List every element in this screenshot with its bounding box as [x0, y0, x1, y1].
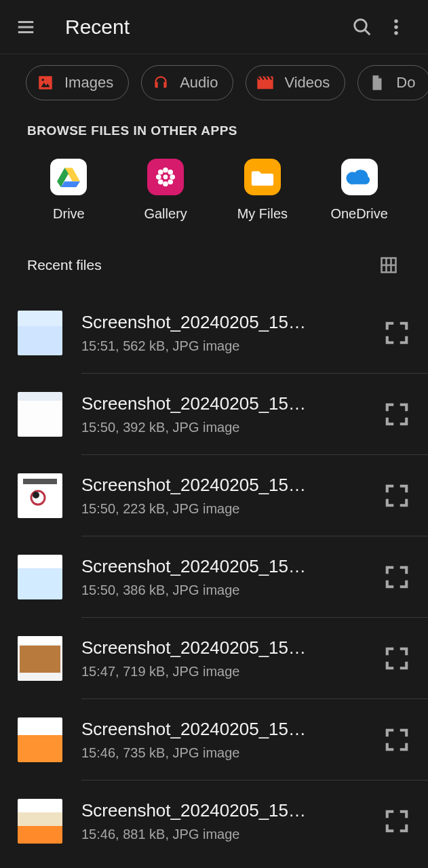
- headphones-icon: [151, 73, 170, 92]
- file-thumbnail: [18, 799, 62, 844]
- filter-chip-images[interactable]: Images: [26, 65, 129, 100]
- more-button[interactable]: [379, 10, 413, 44]
- app-item-drive[interactable]: Drive: [31, 159, 106, 222]
- app-item-gallery[interactable]: Gallery: [128, 159, 203, 222]
- file-name: Screenshot_20240205_15…: [81, 800, 359, 821]
- file-meta: 15:50, 392 kB, JPG image: [81, 420, 359, 435]
- drive-icon: [50, 159, 87, 195]
- app-bar: Recent: [0, 0, 428, 54]
- file-text: Screenshot_20240205_15… 15:46, 881 kB, J…: [81, 781, 366, 862]
- expand-button[interactable]: [366, 781, 428, 862]
- svg-point-5: [394, 19, 398, 23]
- svg-point-16: [163, 167, 168, 173]
- page-title: Recent: [65, 16, 345, 39]
- expand-icon: [384, 564, 410, 590]
- file-row[interactable]: Screenshot_20240205_15… 15:50, 392 kB, J…: [18, 374, 428, 455]
- app-label: Gallery: [144, 206, 187, 222]
- browse-section-label: BROWSE FILES IN OTHER APPS: [0, 110, 428, 138]
- svg-rect-31: [18, 636, 62, 644]
- expand-button[interactable]: [366, 292, 428, 374]
- file-name: Screenshot_20240205_15…: [81, 719, 359, 740]
- app-label: My Files: [237, 206, 288, 222]
- svg-marker-14: [61, 181, 80, 187]
- file-text: Screenshot_20240205_15… 15:51, 562 kB, J…: [81, 292, 366, 374]
- search-icon: [352, 17, 372, 37]
- svg-point-15: [163, 175, 168, 180]
- filter-chip-label: Audio: [180, 74, 218, 92]
- svg-point-3: [355, 19, 367, 31]
- search-button[interactable]: [345, 10, 379, 44]
- svg-point-22: [158, 179, 163, 184]
- file-meta: 15:46, 881 kB, JPG image: [81, 827, 359, 842]
- app-label: OneDrive: [330, 206, 387, 222]
- filter-chip-documents[interactable]: Do: [357, 65, 428, 100]
- file-thumbnail: [18, 392, 62, 437]
- svg-rect-8: [39, 76, 52, 90]
- file-name: Screenshot_20240205_15…: [81, 556, 359, 577]
- expand-button[interactable]: [366, 699, 428, 781]
- file-meta: 15:47, 719 kB, JPG image: [81, 664, 359, 679]
- svg-point-19: [170, 174, 176, 180]
- svg-point-20: [158, 170, 163, 175]
- filter-chips-row: Images Audio Videos Do: [0, 54, 428, 110]
- file-row[interactable]: Screenshot_20240205_15… 15:46, 881 kB, J…: [18, 781, 428, 862]
- svg-point-18: [156, 174, 161, 180]
- svg-point-23: [168, 179, 174, 184]
- app-item-onedrive[interactable]: OneDrive: [322, 159, 397, 222]
- document-icon: [368, 73, 387, 92]
- file-name: Screenshot_20240205_15…: [81, 312, 359, 333]
- menu-button[interactable]: [15, 16, 37, 38]
- file-meta: 15:46, 735 kB, JPG image: [81, 745, 359, 761]
- app-item-myfiles[interactable]: My Files: [225, 159, 300, 222]
- file-row[interactable]: Screenshot_20240205_15… 15:46, 735 kB, J…: [18, 699, 428, 781]
- svg-point-10: [41, 79, 43, 81]
- file-row[interactable]: Screenshot_20240205_15… 15:50, 386 kB, J…: [18, 536, 428, 618]
- recent-header: Recent files: [0, 229, 428, 292]
- file-list: Screenshot_20240205_15… 15:51, 562 kB, J…: [0, 292, 428, 862]
- filter-chip-videos[interactable]: Videos: [246, 65, 345, 100]
- file-text: Screenshot_20240205_15… 15:46, 735 kB, J…: [81, 699, 366, 781]
- expand-icon: [384, 646, 410, 671]
- expand-button[interactable]: [366, 374, 428, 455]
- file-text: Screenshot_20240205_15… 15:50, 386 kB, J…: [81, 536, 366, 618]
- expand-button[interactable]: [366, 455, 428, 536]
- expand-icon: [384, 401, 410, 427]
- grid-icon: [379, 256, 398, 275]
- svg-point-21: [168, 170, 174, 175]
- file-thumbnail: [18, 555, 62, 599]
- file-text: Screenshot_20240205_15… 15:50, 223 kB, J…: [81, 455, 366, 536]
- expand-icon: [384, 808, 410, 834]
- gallery-icon: [147, 159, 184, 195]
- file-name: Screenshot_20240205_15…: [81, 393, 359, 414]
- recent-files-label: Recent files: [27, 257, 102, 273]
- file-meta: 15:50, 223 kB, JPG image: [81, 501, 359, 517]
- svg-point-30: [33, 492, 39, 498]
- video-icon: [256, 73, 275, 92]
- expand-button[interactable]: [366, 536, 428, 618]
- expand-icon: [384, 483, 410, 509]
- file-text: Screenshot_20240205_15… 15:50, 392 kB, J…: [81, 374, 366, 455]
- myfiles-icon: [244, 159, 281, 195]
- svg-line-4: [365, 30, 370, 35]
- filter-chip-label: Do: [396, 74, 415, 92]
- expand-button[interactable]: [366, 618, 428, 699]
- file-meta: 15:50, 386 kB, JPG image: [81, 583, 359, 598]
- svg-rect-28: [23, 479, 57, 484]
- svg-rect-32: [20, 646, 60, 673]
- file-row[interactable]: Screenshot_20240205_15… 15:51, 562 kB, J…: [18, 292, 428, 374]
- svg-point-17: [163, 181, 168, 186]
- expand-icon: [384, 727, 410, 753]
- filter-chip-label: Videos: [284, 74, 330, 92]
- file-thumbnail: [18, 636, 62, 681]
- more-vert-icon: [386, 17, 406, 37]
- file-row[interactable]: Screenshot_20240205_15… 15:50, 223 kB, J…: [18, 455, 428, 536]
- file-text: Screenshot_20240205_15… 15:47, 719 kB, J…: [81, 618, 366, 699]
- file-meta: 15:51, 562 kB, JPG image: [81, 338, 359, 354]
- view-grid-button[interactable]: [376, 253, 401, 277]
- filter-chip-audio[interactable]: Audio: [141, 65, 233, 100]
- file-name: Screenshot_20240205_15…: [81, 637, 359, 658]
- browse-apps-row: Drive Gallery My Files OneDrive: [0, 138, 428, 229]
- file-row[interactable]: Screenshot_20240205_15… 15:47, 719 kB, J…: [18, 618, 428, 699]
- image-icon: [36, 73, 55, 92]
- app-label: Drive: [53, 206, 85, 222]
